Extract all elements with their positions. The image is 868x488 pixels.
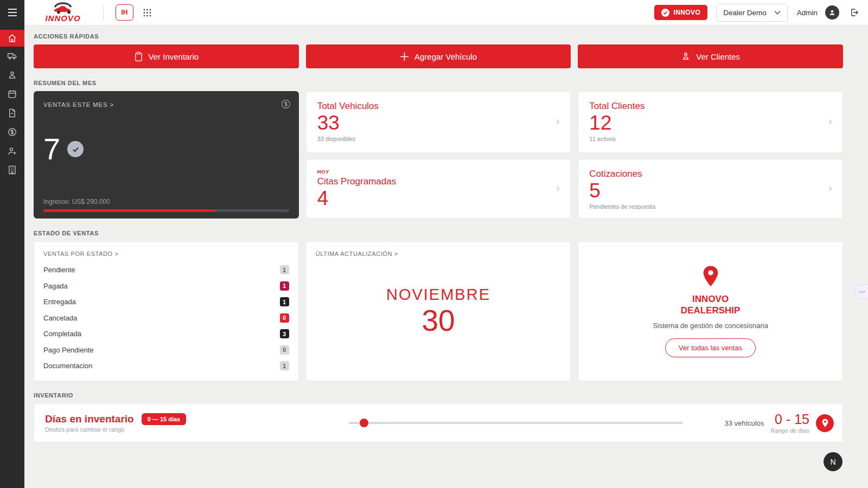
view-customers-label: Ver Clientes (696, 52, 740, 61)
dollar-icon (7, 127, 17, 137)
org-badge-label: INNOVO (673, 9, 700, 16)
logout-button[interactable] (850, 8, 859, 17)
status-row[interactable]: Cancelada 0 (43, 310, 289, 326)
status-row[interactable]: Documentacion 1 (43, 358, 289, 374)
status-row[interactable]: Entregada 1 (43, 294, 289, 310)
sidebar-item-add-customer[interactable] (0, 142, 24, 160)
dealer-selector[interactable]: Dealer Demo (716, 4, 788, 22)
sidebar-item-appointments[interactable] (0, 85, 24, 104)
last-update-card: ÚLTIMA ACTUALIZACIÓN > NOVIEMBRE 30 (306, 241, 571, 381)
location-pin-icon (701, 265, 720, 288)
add-vehicle-button[interactable]: Agregar Vehículo (306, 44, 571, 68)
topbar-right: INNOVO Dealer Demo Admin (654, 4, 859, 22)
sales-by-status-title[interactable]: VENTAS POR ESTADO > (43, 251, 289, 257)
sales-card-title: VENTAS ESTE MES > (43, 101, 289, 108)
home-icon (7, 33, 17, 43)
dealership-name-line2: DEALERSHIP (681, 305, 741, 316)
logout-icon (850, 8, 859, 17)
revenue-label: Ingresos: US$ 290.000 (43, 198, 289, 206)
stat-value: 12 (589, 112, 832, 134)
notification-fab[interactable]: N (824, 452, 843, 471)
hamburger-icon (8, 9, 17, 16)
stat-value: 5 (589, 180, 832, 202)
total-vehicles-card[interactable]: Total Vehiculos 33 33 disponibles (306, 91, 571, 153)
apps-grid-button[interactable] (143, 9, 151, 17)
inventory-right: 33 vehículos 0 - 15 Rango de días (724, 413, 834, 434)
brand-name: INNOVO (45, 14, 80, 23)
view-customers-button[interactable]: Ver Clientes (578, 44, 843, 68)
monthly-summary-grid: VENTAS ESTE MES > 7 Ingresos: US$ 290.00… (34, 91, 843, 219)
workspace-button[interactable]: IH (116, 4, 133, 21)
sidebar-item-vehicles[interactable] (0, 47, 24, 66)
chevron-right-icon (554, 185, 561, 192)
dealership-name-line1: INNOVO (681, 293, 741, 305)
days-range-slider[interactable] (349, 415, 683, 431)
stat-value: 33 (317, 112, 560, 134)
stat-title: Cotizaciones (589, 169, 832, 179)
avatar[interactable] (825, 5, 839, 20)
check-circle-icon (661, 9, 669, 17)
sidebar-item-sales[interactable] (0, 123, 24, 142)
customer-icon (7, 70, 17, 80)
status-count-badge: 1 (280, 265, 289, 274)
stat-subtitle: Pendientes de respuesta (589, 203, 832, 210)
last-update-month: NOVIEMBRE (386, 286, 490, 304)
inventory-range-badge: 0 — 15 días (142, 413, 187, 425)
last-update-day: 30 (422, 304, 455, 338)
check-circle-icon (67, 141, 84, 157)
topbar-divider (103, 5, 104, 20)
inventory-card: Días en inventario 0 — 15 días Desliza p… (34, 403, 843, 442)
view-inventory-button[interactable]: Ver Inventario (34, 44, 299, 68)
status-count-badge: 1 (280, 281, 289, 291)
sidebar-item-documents[interactable] (0, 104, 24, 123)
status-count-badge: 0 (280, 345, 289, 355)
status-row[interactable]: Pago Pendiente 0 (43, 342, 289, 358)
stat-subtitle: 11 activos (589, 136, 832, 142)
vehicles-count-label: 33 vehículos (724, 419, 764, 427)
sales-this-month-card[interactable]: VENTAS ESTE MES > 7 Ingresos: US$ 290.00… (34, 91, 299, 219)
quotes-card[interactable]: Cotizaciones 5 Pendientes de respuesta (578, 159, 843, 219)
stat-title: Total Vehiculos (317, 101, 560, 112)
org-badge[interactable]: INNOVO (654, 5, 707, 20)
avatar-user-icon (828, 9, 836, 16)
status-row[interactable]: Pagada 1 (43, 278, 289, 294)
dealership-subtitle: Sistema de gestión de concesionaria (653, 322, 768, 330)
status-row[interactable]: Completada 3 (43, 326, 289, 342)
status-count-badge: 1 (280, 361, 289, 370)
quick-actions-row: Ver Inventario Agregar Vehículo Ver Clie… (34, 44, 843, 68)
dealership-card: INNOVO DEALERSHIP Sistema de gestión de … (578, 241, 843, 381)
building-icon (7, 165, 17, 175)
stat-title: Total Clientes (589, 101, 832, 112)
plus-icon (400, 52, 409, 61)
sidebar-item-dealership[interactable] (0, 160, 24, 179)
slider-thumb[interactable] (360, 419, 368, 427)
main-content: ACCIONES RÁPIDAS Ver Inventario Agregar … (24, 25, 868, 488)
apps-grid-icon (143, 9, 151, 17)
section-label-quick-actions: ACCIONES RÁPIDAS (34, 33, 843, 40)
location-pin-icon (821, 419, 829, 428)
status-label: Pendiente (43, 266, 75, 274)
total-customers-card[interactable]: Total Clientes 12 11 activos (578, 91, 843, 153)
status-label: Pagada (43, 282, 68, 290)
inventory-pin-button[interactable] (816, 414, 834, 432)
status-label: Pago Pendiente (43, 346, 94, 354)
revenue-progress-fill (43, 209, 215, 212)
status-label: Documentacion (43, 362, 92, 370)
hamburger-menu-button[interactable] (0, 0, 24, 25)
status-count-badge: 3 (280, 329, 289, 338)
view-all-sales-button[interactable]: Ver todas las ventas (665, 338, 756, 357)
sidebar (0, 0, 24, 488)
dealership-name: INNOVO DEALERSHIP (681, 293, 741, 317)
sidebar-item-customers[interactable] (0, 66, 24, 85)
feedback-tab[interactable]: >ᴗ< (856, 284, 868, 299)
slider-track[interactable] (349, 422, 683, 424)
appointments-card[interactable]: HOY Citas Programadas 4 (306, 159, 571, 219)
stat-eyebrow: HOY (317, 169, 560, 175)
person-icon (681, 52, 691, 61)
section-label-monthly-summary: RESUMEN DEL MES (34, 80, 843, 86)
brand-logo[interactable]: INNOVO (38, 2, 88, 23)
status-row[interactable]: Pendiente 1 (43, 262, 289, 278)
sales-status-grid: VENTAS POR ESTADO > Pendiente 1 Pagada 1… (34, 241, 843, 381)
sidebar-item-home[interactable] (0, 30, 24, 47)
status-count-badge: 1 (280, 297, 289, 306)
